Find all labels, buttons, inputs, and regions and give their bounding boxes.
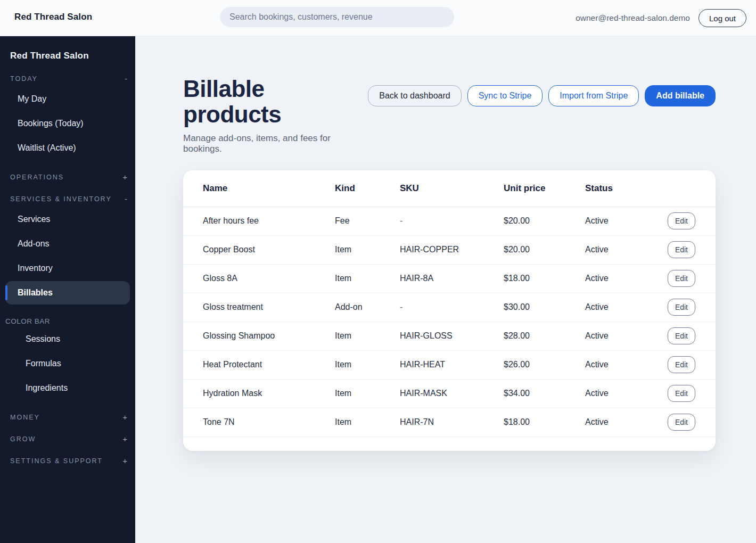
cell-name: Gloss treatment xyxy=(203,302,335,312)
sidebar-item-add-ons[interactable]: Add-ons xyxy=(5,232,130,256)
cell-unit-price: $18.00 xyxy=(504,274,585,283)
cell-name: After hours fee xyxy=(203,216,335,226)
app-shell: Red Thread Salon TODAY-My DayBookings (T… xyxy=(0,36,756,543)
sidebar-item-label: Inventory xyxy=(18,264,53,273)
section-label: GROW xyxy=(10,435,36,443)
edit-button[interactable]: Edit xyxy=(668,414,695,431)
cell-status: Active xyxy=(585,417,658,427)
sidebar-item-label: Ingredients xyxy=(26,383,68,393)
cell-name: Heat Protectant xyxy=(203,360,335,369)
add-billable-button[interactable]: Add billable xyxy=(645,85,716,106)
section-label: MONEY xyxy=(10,414,40,421)
cell-kind: Item xyxy=(335,389,400,398)
cell-status: Active xyxy=(585,331,658,341)
sync-to-stripe-button[interactable]: Sync to Stripe xyxy=(467,85,543,106)
edit-button[interactable]: Edit xyxy=(668,356,695,373)
sidebar-item-services[interactable]: Services xyxy=(5,208,130,231)
topbar-right: owner@red-thread-salon.demo Log out xyxy=(576,0,746,36)
sidebar-item-billables[interactable]: Billables xyxy=(5,281,130,305)
user-email: owner@red-thread-salon.demo xyxy=(576,13,690,23)
cell-status: Active xyxy=(585,245,658,254)
table-body: After hours feeFee-$20.00ActiveEditCoppe… xyxy=(183,207,716,437)
column-header-name: Name xyxy=(203,183,335,194)
cell-name: Hydration Mask xyxy=(203,389,335,398)
cell-sku: - xyxy=(400,302,504,312)
edit-button[interactable]: Edit xyxy=(668,270,695,287)
sidebar-item-my-day[interactable]: My Day xyxy=(5,87,130,111)
sidebar-section-header-color-bar: COLOR BAR xyxy=(0,317,135,325)
page-header: Billable products Manage add-ons, items,… xyxy=(183,76,716,154)
sidebar-nav: TODAY-My DayBookings (Today)Waitlist (Ac… xyxy=(0,74,135,465)
logout-button[interactable]: Log out xyxy=(699,9,746,27)
sidebar-item-inventory[interactable]: Inventory xyxy=(5,257,130,280)
billables-table-card: NameKindSKUUnit priceStatus After hours … xyxy=(183,170,716,451)
edit-button[interactable]: Edit xyxy=(668,385,695,402)
expand-icon[interactable]: + xyxy=(122,413,127,422)
active-indicator xyxy=(5,285,7,300)
sidebar-section-header-operations[interactable]: OPERATIONS+ xyxy=(0,172,135,182)
cell-kind: Item xyxy=(335,417,400,427)
sidebar-item-label: Formulas xyxy=(26,359,61,368)
sidebar-section-header-settings-support[interactable]: SETTINGS & SUPPORT+ xyxy=(0,456,135,465)
collapse-icon[interactable]: - xyxy=(125,74,127,83)
sidebar-item-ingredients[interactable]: Ingredients xyxy=(5,376,130,400)
sidebar-item-formulas[interactable]: Formulas xyxy=(5,352,130,375)
sidebar-section: SERVICES & INVENTORY-ServicesAdd-onsInve… xyxy=(0,194,135,305)
table-row: Copper BoostItemHAIR-COPPER$20.00ActiveE… xyxy=(183,236,716,265)
edit-button[interactable]: Edit xyxy=(668,299,695,316)
cell-name: Glossing Shampoo xyxy=(203,331,335,341)
edit-button[interactable]: Edit xyxy=(668,241,695,258)
cell-status: Active xyxy=(585,389,658,398)
expand-icon[interactable]: + xyxy=(122,456,127,465)
sidebar-section: TODAY-My DayBookings (Today)Waitlist (Ac… xyxy=(0,74,135,160)
section-label: OPERATIONS xyxy=(10,174,64,181)
table-row: Gloss 8AItemHAIR-8A$18.00ActiveEdit xyxy=(183,265,716,293)
sidebar-section-header-grow[interactable]: GROW+ xyxy=(0,434,135,443)
table-row: Heat ProtectantItemHAIR-HEAT$26.00Active… xyxy=(183,351,716,380)
sidebar-item-label: Waitlist (Active) xyxy=(18,143,76,153)
cell-actions: Edit xyxy=(668,327,695,344)
sidebar-item-label: Sessions xyxy=(26,334,60,344)
sidebar-section: OPERATIONS+ xyxy=(0,172,135,182)
cell-unit-price: $20.00 xyxy=(504,245,585,254)
sidebar-section-header-services-inventory[interactable]: SERVICES & INVENTORY- xyxy=(0,194,135,203)
sidebar-section: MONEY+ xyxy=(0,413,135,422)
sidebar-item-label: Bookings (Today) xyxy=(18,119,84,128)
sidebar-item-bookings-today[interactable]: Bookings (Today) xyxy=(5,112,130,135)
column-header-status: Status xyxy=(585,183,658,194)
topbar-brand: Red Thread Salon xyxy=(14,12,92,22)
expand-icon[interactable]: + xyxy=(122,434,127,443)
table-row: Tone 7NItemHAIR-7N$18.00ActiveEdit xyxy=(183,408,716,437)
edit-button[interactable]: Edit xyxy=(668,212,695,229)
cell-actions: Edit xyxy=(668,299,695,316)
cell-kind: Item xyxy=(335,274,400,283)
collapse-icon[interactable]: - xyxy=(125,194,127,203)
sidebar-section: GROW+ xyxy=(0,434,135,443)
topbar: Red Thread Salon owner@red-thread-salon.… xyxy=(0,0,756,36)
sidebar-item-waitlist-active[interactable]: Waitlist (Active) xyxy=(5,136,130,160)
cell-status: Active xyxy=(585,360,658,369)
cell-sku: HAIR-COPPER xyxy=(400,245,504,254)
sidebar-section-header-today[interactable]: TODAY- xyxy=(0,74,135,83)
search-input[interactable] xyxy=(220,7,454,27)
sidebar-section: SETTINGS & SUPPORT+ xyxy=(0,456,135,465)
cell-sku: HAIR-HEAT xyxy=(400,360,504,369)
expand-icon[interactable]: + xyxy=(122,172,127,182)
sidebar-section-header-money[interactable]: MONEY+ xyxy=(0,413,135,422)
cell-unit-price: $28.00 xyxy=(504,331,585,341)
section-label: COLOR BAR xyxy=(5,317,50,325)
import-from-stripe-button[interactable]: Import from Stripe xyxy=(548,85,639,106)
sidebar-item-sessions[interactable]: Sessions xyxy=(5,327,130,351)
cell-unit-price: $26.00 xyxy=(504,360,585,369)
column-header-kind: Kind xyxy=(335,183,400,194)
sidebar-item-label: My Day xyxy=(18,94,46,104)
main-content: Billable products Manage add-ons, items,… xyxy=(135,36,756,543)
page-title: Billable products xyxy=(183,76,368,128)
cell-name: Tone 7N xyxy=(203,417,335,427)
edit-button[interactable]: Edit xyxy=(668,327,695,344)
cell-kind: Add-on xyxy=(335,302,400,312)
cell-actions: Edit xyxy=(668,241,695,258)
page-actions: Back to dashboard Sync to Stripe Import … xyxy=(368,85,716,106)
back-to-dashboard-button[interactable]: Back to dashboard xyxy=(368,85,461,106)
cell-unit-price: $34.00 xyxy=(504,389,585,398)
